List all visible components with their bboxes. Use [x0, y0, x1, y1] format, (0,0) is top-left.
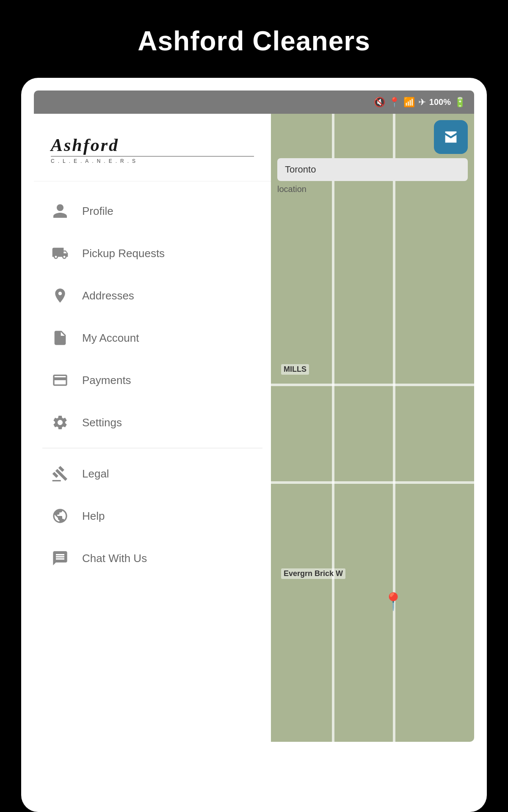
logo-subtitle: C.L.E.A.N.E.R.S	[51, 156, 254, 164]
store-icon-button[interactable]	[434, 120, 468, 154]
battery-indicator: 100%	[429, 97, 451, 107]
app-logo: Ashford C.L.E.A.N.E.R.S	[51, 135, 254, 164]
person-icon	[51, 202, 69, 220]
nav-item-profile[interactable]: Profile	[34, 190, 271, 232]
nav-item-pickup-requests[interactable]: Pickup Requests	[34, 232, 271, 274]
my-account-label: My Account	[82, 332, 139, 345]
map-marker: 📍	[383, 592, 404, 612]
location-text: Toronto	[285, 164, 316, 175]
legal-label: Legal	[82, 467, 109, 480]
payments-label: Payments	[82, 374, 131, 387]
nav-item-addresses[interactable]: Addresses	[34, 274, 271, 317]
nav-item-settings[interactable]: Settings	[34, 401, 271, 444]
help-label: Help	[82, 510, 105, 523]
card-icon	[51, 371, 69, 390]
location-search-bar[interactable]: Toronto	[277, 158, 468, 181]
chat-icon	[51, 549, 69, 568]
location-pin-icon	[51, 286, 69, 305]
nav-item-my-account[interactable]: My Account	[34, 317, 271, 359]
airplane-icon: ✈	[418, 97, 426, 108]
nav-item-chat[interactable]: Chat With Us	[34, 537, 271, 579]
location-icon: 📍	[389, 97, 400, 108]
wifi-icon: 📶	[403, 97, 415, 108]
truck-icon	[51, 244, 69, 263]
map-place-label: Evergrn Brick W	[281, 568, 345, 579]
logo-area: Ashford C.L.E.A.N.E.R.S	[34, 114, 271, 181]
page-title: Ashford Cleaners	[0, 25, 508, 57]
document-icon	[51, 329, 69, 347]
status-icons: 🔇 📍 📶 ✈ 100% 🔋	[374, 97, 466, 108]
map-area-label: MILLS	[281, 364, 309, 375]
pickup-requests-label: Pickup Requests	[82, 247, 165, 260]
logo-main: Ashford	[51, 135, 119, 155]
addresses-label: Addresses	[82, 289, 134, 302]
status-bar: 🔇 📍 📶 ✈ 100% 🔋	[34, 91, 474, 114]
nav-item-help[interactable]: Help	[34, 495, 271, 537]
phone-screen: 🔇 📍 📶 ✈ 100% 🔋 Ashford C.L.E.A.N.E.R.S	[34, 91, 474, 742]
settings-label: Settings	[82, 416, 122, 429]
chat-label: Chat With Us	[82, 552, 147, 565]
location-label-text: location	[277, 184, 468, 194]
mute-icon: 🔇	[374, 97, 385, 108]
map-top-bar: Toronto location	[271, 114, 474, 200]
battery-icon: 🔋	[454, 97, 466, 108]
drawer-navigation: Profile Pickup Requests	[34, 181, 271, 742]
nav-item-payments[interactable]: Payments	[34, 359, 271, 401]
profile-label: Profile	[82, 205, 113, 218]
gear-icon	[51, 413, 69, 432]
page-header: Ashford Cleaners	[0, 0, 508, 78]
drawer-panel: Ashford C.L.E.A.N.E.R.S Profile	[34, 91, 271, 742]
nav-item-legal[interactable]: Legal	[34, 453, 271, 495]
lifebuoy-icon	[51, 507, 69, 525]
gavel-icon	[51, 464, 69, 483]
nav-divider	[42, 448, 262, 448]
map-overlay: Toronto location MILLS Evergrn Brick W 📍	[271, 91, 474, 742]
phone-frame: 🔇 📍 📶 ✈ 100% 🔋 Ashford C.L.E.A.N.E.R.S	[21, 78, 487, 812]
